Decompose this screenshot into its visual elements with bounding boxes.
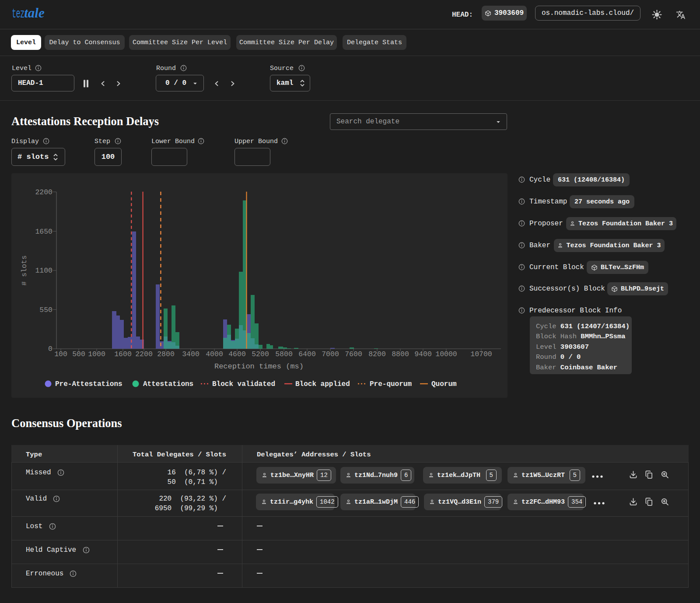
svg-text:550: 550 — [39, 306, 52, 314]
svg-text:Block applied: Block applied — [295, 380, 350, 388]
svg-text:Reception times (ms): Reception times (ms) — [214, 362, 304, 371]
svg-text:2200: 2200 — [35, 188, 52, 196]
svg-text:Pre-Attestations: Pre-Attestations — [55, 380, 122, 388]
svg-text:0: 0 — [48, 345, 52, 353]
svg-text:Block validated: Block validated — [212, 380, 275, 388]
svg-text:Quorum: Quorum — [431, 380, 457, 388]
svg-text:Attestations: Attestations — [143, 380, 193, 388]
svg-text:# slots: # slots — [20, 255, 28, 285]
svg-text:1650: 1650 — [35, 228, 52, 236]
svg-text:1100: 1100 — [35, 266, 52, 275]
svg-text:Pre-quorum: Pre-quorum — [370, 380, 412, 388]
